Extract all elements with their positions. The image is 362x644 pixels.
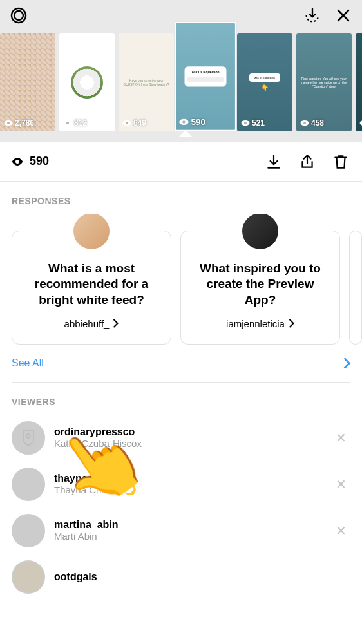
viewer-display: Marti Abin [54, 531, 323, 542]
avatar [73, 214, 110, 249]
viewer-username: ootdgals [54, 571, 350, 583]
view-count: 590 [12, 155, 49, 168]
story-thumb[interactable]: 416 [356, 33, 362, 131]
svg-point-11 [244, 122, 247, 124]
thumb-views: 458 [311, 118, 324, 128]
trash-icon[interactable] [331, 152, 350, 171]
viewers-header: VIEWERS [0, 383, 362, 415]
response-user[interactable]: abbiehuff_ [64, 318, 119, 329]
see-all-button[interactable]: See All [0, 345, 362, 382]
thumb-views: 2,786 [15, 118, 34, 128]
response-card[interactable] [349, 231, 362, 345]
viewer-username: ordinarypressco [54, 426, 323, 438]
response-card[interactable]: What is a most recommended for a bright … [12, 231, 171, 345]
viewer-row[interactable]: ordinarypresscoKathy Czuba-Hiscox ✕ [0, 415, 362, 461]
story-thumb[interactable]: Ask us a question👇521 [237, 33, 292, 131]
thumb-views: 521 [252, 118, 265, 128]
story-thumb-selected[interactable]: Ask us a question590 [175, 22, 236, 131]
remove-viewer-icon[interactable]: ✕ [332, 426, 350, 450]
viewer-row[interactable]: martina_abinMarti Abin ✕ [0, 507, 362, 554]
viewer-username: thaynachristie [54, 473, 323, 484]
response-user[interactable]: iamjennleticia [226, 318, 294, 329]
avatar [12, 421, 45, 455]
viewer-display: Thayná Christie 🌙 [54, 484, 323, 496]
svg-point-16 [26, 434, 30, 438]
story-thumb[interactable]: First question! You will see your name w… [296, 33, 352, 131]
response-card[interactable]: What inspired you to create the Preview … [180, 231, 340, 345]
svg-point-14 [360, 120, 362, 126]
svg-point-13 [303, 122, 306, 124]
story-thumb[interactable]: Have you seen the new QUESTION Insta Sto… [119, 33, 174, 131]
thumb-views: 590 [191, 117, 205, 128]
story-thumb[interactable]: 2,786 [0, 33, 55, 131]
svg-point-7 [126, 122, 128, 124]
viewer-display: Kathy Czuba-Hiscox [54, 438, 323, 449]
responses-header: RESPONSES [0, 182, 362, 214]
close-icon[interactable] [334, 6, 353, 25]
avatar [242, 214, 278, 249]
avatar [12, 468, 45, 501]
viewer-row[interactable]: ootdgals [0, 554, 362, 600]
response-question: What inspired you to create the Preview … [191, 261, 329, 308]
avatar [12, 560, 45, 594]
remove-viewer-icon[interactable]: ✕ [332, 473, 350, 496]
story-thumbnails: 2,786 812 Have you seen the new QUESTION… [0, 31, 362, 131]
remove-viewer-icon[interactable]: ✕ [332, 519, 350, 542]
response-question: What is a most recommended for a bright … [23, 261, 160, 308]
settings-icon[interactable] [9, 6, 28, 25]
share-icon[interactable] [298, 152, 317, 171]
chevron-right-icon [343, 357, 350, 369]
svg-point-3 [7, 122, 10, 124]
thumb-views: 649 [133, 118, 146, 128]
viewer-username: martina_abin [54, 519, 323, 531]
thumb-views: 812 [74, 118, 87, 128]
download-icon[interactable] [264, 152, 283, 171]
svg-point-5 [66, 122, 69, 124]
story-thumb[interactable]: 812 [59, 33, 115, 131]
viewer-row[interactable]: thaynachristieThayná Christie 🌙 ✕ [0, 461, 362, 507]
avatar [12, 514, 45, 547]
svg-point-9 [182, 120, 186, 124]
save-story-icon[interactable] [303, 6, 322, 25]
svg-point-1 [14, 11, 23, 20]
svg-point-8 [179, 119, 188, 125]
